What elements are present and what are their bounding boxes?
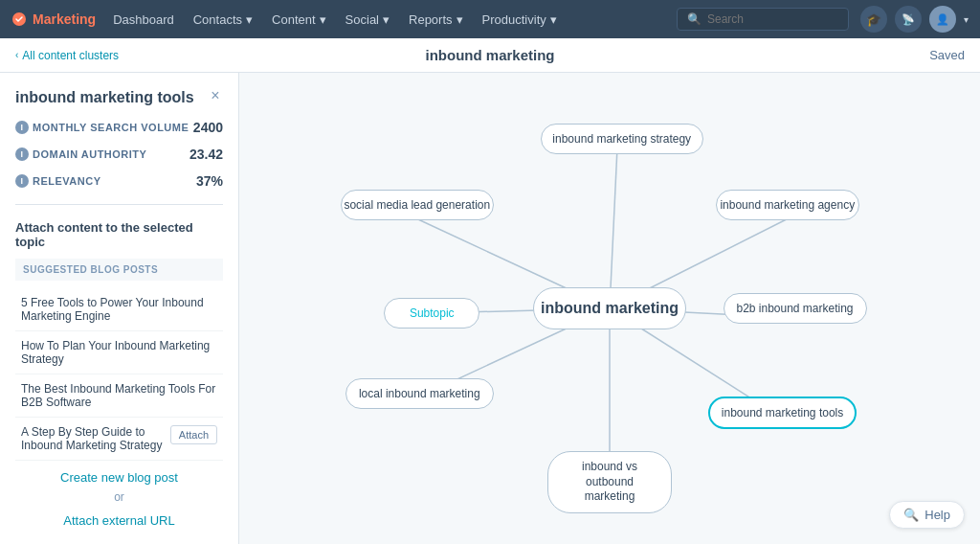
help-button[interactable]: 🔍 Help	[889, 501, 965, 529]
nav-dashboard-label: Dashboard	[113, 12, 174, 27]
saved-status: Saved	[929, 48, 965, 62]
user-chevron-icon: ▾	[964, 14, 969, 25]
settings-icon[interactable]: 📡	[895, 6, 922, 33]
create-blog-link[interactable]: Create new blog post	[15, 470, 223, 485]
main-layout: inbound marketing tools × i MONTHLY SEAR…	[0, 73, 980, 544]
monthly-info-icon[interactable]: i	[15, 121, 29, 134]
content-chevron-icon: ▾	[320, 12, 326, 27]
nav-contacts[interactable]: Contacts ▾	[184, 0, 262, 38]
nav-dashboard[interactable]: Dashboard	[103, 0, 184, 38]
social-chevron-icon: ▾	[383, 12, 390, 27]
domain-authority-label: i DOMAIN AUTHORITY	[15, 147, 146, 161]
nav-content[interactable]: Content ▾	[262, 0, 336, 38]
nav-social-label: Social	[345, 12, 379, 27]
list-item[interactable]: 5 Free Tools to Power Your Inbound Marke…	[15, 288, 223, 331]
breadcrumb-label: All content clusters	[22, 49, 119, 62]
domain-info-icon[interactable]: i	[15, 147, 29, 161]
monthly-search-value: 2400	[193, 120, 223, 135]
domain-authority-value: 23.42	[189, 147, 223, 162]
search-input[interactable]	[707, 12, 841, 26]
b2b-node[interactable]: b2b inbound marketing	[724, 293, 867, 324]
blog-title-0: 5 Free Tools to Power Your Inbound Marke…	[21, 296, 217, 323]
agency-label: inbound marketing agency	[720, 198, 855, 212]
domain-authority-row: i DOMAIN AUTHORITY 23.42	[15, 147, 223, 162]
relevancy-value: 37%	[196, 173, 223, 189]
center-node-label: inbound marketing	[541, 300, 679, 317]
suggested-label: SUGGESTED BLOG POSTS	[15, 259, 223, 281]
strategy-node[interactable]: inbound marketing strategy	[541, 124, 703, 154]
sidebar-panel: inbound marketing tools × i MONTHLY SEAR…	[0, 73, 239, 544]
social-node[interactable]: social media lead generation	[341, 190, 494, 220]
search-box[interactable]: 🔍	[677, 8, 849, 31]
close-button[interactable]: ×	[206, 86, 225, 105]
vs-label: inbound vs outbound marketing	[564, 460, 656, 505]
b2b-label: b2b inbound marketing	[736, 302, 853, 315]
divider	[15, 204, 223, 205]
center-node[interactable]: inbound marketing	[533, 287, 686, 329]
user-avatar[interactable]: 👤	[929, 6, 956, 33]
sidebar-title: inbound marketing tools	[15, 88, 223, 108]
attach-title: Attach content to the selected topic	[15, 220, 223, 249]
relevancy-info-icon[interactable]: i	[15, 174, 29, 188]
top-nav: Marketing Dashboard Contacts ▾ Content ▾…	[0, 0, 980, 38]
brand-label: Marketing	[33, 11, 96, 27]
nav-contacts-label: Contacts	[193, 12, 242, 27]
page-title: inbound marketing	[426, 47, 555, 63]
notifications-icon[interactable]: 🎓	[860, 6, 887, 33]
subtopic-node[interactable]: Subtopic	[384, 298, 479, 329]
attach-external-link[interactable]: Attach external URL	[15, 513, 223, 528]
help-label: Help	[924, 508, 950, 522]
close-icon: ×	[211, 87, 219, 104]
reports-chevron-icon: ▾	[457, 12, 463, 27]
nav-productivity[interactable]: Productivity ▾	[473, 0, 567, 38]
blog-title-1: How To Plan Your Inbound Marketing Strat…	[21, 339, 217, 366]
relevancy-label: i RELEVANCY	[15, 174, 101, 188]
nav-reports[interactable]: Reports ▾	[399, 0, 473, 38]
nav-icons: 🎓 📡 👤 ▾	[860, 6, 969, 33]
breadcrumb-chevron-icon: ‹	[15, 50, 18, 60]
nav-reports-label: Reports	[409, 12, 453, 27]
vs-node[interactable]: inbound vs outbound marketing	[547, 451, 672, 513]
nav-social[interactable]: Social ▾	[336, 0, 399, 38]
list-item[interactable]: A Step By Step Guide to Inbound Marketin…	[15, 418, 223, 461]
list-item[interactable]: How To Plan Your Inbound Marketing Strat…	[15, 331, 223, 374]
nav-content-label: Content	[272, 12, 316, 27]
graph-area: inbound marketing inbound marketing stra…	[239, 73, 980, 544]
brand-icon	[11, 11, 27, 27]
monthly-search-volume-row: i MONTHLY SEARCH VOLUME 2400	[15, 120, 223, 135]
monthly-search-label: i MONTHLY SEARCH VOLUME	[15, 121, 189, 134]
attach-button[interactable]: Attach	[170, 425, 217, 444]
social-label: social media lead generation	[344, 198, 490, 212]
relevancy-row: i RELEVANCY 37%	[15, 173, 223, 189]
local-node[interactable]: local inbound marketing	[345, 378, 494, 409]
tools-label: inbound marketing tools	[722, 406, 843, 419]
local-label: local inbound marketing	[359, 387, 480, 400]
productivity-chevron-icon: ▾	[550, 12, 557, 27]
agency-node[interactable]: inbound marketing agency	[716, 190, 859, 220]
blog-title-3: A Step By Step Guide to Inbound Marketin…	[21, 425, 163, 452]
list-item[interactable]: The Best Inbound Marketing Tools For B2B…	[15, 374, 223, 418]
search-help-icon: 🔍	[903, 508, 919, 522]
or-separator: or	[15, 490, 223, 504]
svg-line-1	[610, 153, 617, 308]
breadcrumb[interactable]: ‹ All content clusters	[15, 49, 119, 62]
search-icon: 🔍	[687, 12, 702, 26]
nav-productivity-label: Productivity	[482, 12, 546, 27]
brand-logo[interactable]: Marketing	[11, 11, 96, 27]
secondary-bar: ‹ All content clusters inbound marketing…	[0, 38, 980, 73]
tools-node[interactable]: inbound marketing tools	[708, 397, 857, 429]
contacts-chevron-icon: ▾	[246, 12, 253, 27]
blog-title-2: The Best Inbound Marketing Tools For B2B…	[21, 382, 217, 409]
subtopic-label: Subtopic	[410, 306, 455, 320]
blog-list: 5 Free Tools to Power Your Inbound Marke…	[15, 288, 223, 461]
strategy-label: inbound marketing strategy	[552, 132, 691, 146]
